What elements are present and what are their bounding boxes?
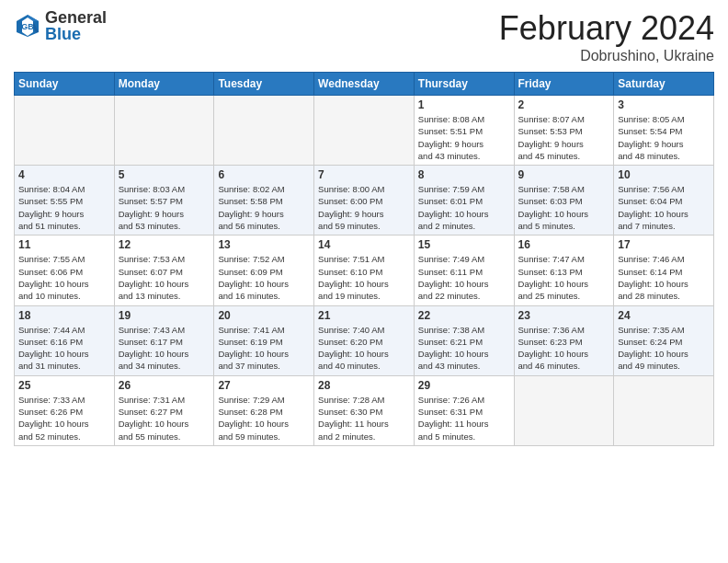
- day-cell: 25Sunrise: 7:33 AM Sunset: 6:26 PM Dayli…: [15, 375, 115, 445]
- day-info: Sunrise: 8:03 AM Sunset: 5:57 PM Dayligh…: [119, 183, 210, 232]
- day-cell: 14Sunrise: 7:51 AM Sunset: 6:10 PM Dayli…: [314, 236, 415, 305]
- day-number: 20: [218, 309, 310, 322]
- day-cell: [314, 96, 415, 166]
- header-day-saturday: Saturday: [614, 73, 714, 96]
- day-number: 8: [418, 168, 510, 181]
- calendar-body: 1Sunrise: 8:08 AM Sunset: 5:51 PM Daylig…: [15, 96, 714, 446]
- day-info: Sunrise: 7:44 AM Sunset: 6:16 PM Dayligh…: [18, 324, 110, 373]
- logo: GB General Blue: [14, 9, 107, 42]
- day-number: 6: [218, 168, 310, 181]
- day-info: Sunrise: 7:43 AM Sunset: 6:17 PM Dayligh…: [119, 324, 210, 373]
- day-cell: [514, 375, 614, 445]
- logo-text: General Blue: [45, 9, 107, 42]
- day-info: Sunrise: 7:59 AM Sunset: 6:01 PM Dayligh…: [418, 183, 510, 232]
- day-cell: 18Sunrise: 7:44 AM Sunset: 6:16 PM Dayli…: [15, 305, 115, 375]
- day-info: Sunrise: 8:00 AM Sunset: 6:00 PM Dayligh…: [318, 183, 410, 232]
- day-info: Sunrise: 7:51 AM Sunset: 6:10 PM Dayligh…: [318, 253, 410, 302]
- day-number: 5: [119, 168, 210, 181]
- day-cell: 28Sunrise: 7:28 AM Sunset: 6:30 PM Dayli…: [314, 375, 415, 445]
- day-info: Sunrise: 7:46 AM Sunset: 6:14 PM Dayligh…: [618, 253, 710, 302]
- day-cell: 5Sunrise: 8:03 AM Sunset: 5:57 PM Daylig…: [114, 166, 214, 236]
- day-cell: 17Sunrise: 7:46 AM Sunset: 6:14 PM Dayli…: [614, 236, 714, 305]
- day-cell: 1Sunrise: 8:08 AM Sunset: 5:51 PM Daylig…: [414, 96, 514, 166]
- day-info: Sunrise: 7:26 AM Sunset: 6:31 PM Dayligh…: [418, 394, 510, 442]
- day-cell: 11Sunrise: 7:55 AM Sunset: 6:06 PM Dayli…: [15, 236, 115, 305]
- day-info: Sunrise: 8:08 AM Sunset: 5:51 PM Dayligh…: [418, 113, 510, 162]
- header-row: SundayMondayTuesdayWednesdayThursdayFrid…: [15, 73, 714, 96]
- day-cell: 23Sunrise: 7:36 AM Sunset: 6:23 PM Dayli…: [514, 305, 614, 375]
- day-cell: 15Sunrise: 7:49 AM Sunset: 6:11 PM Dayli…: [414, 236, 514, 305]
- day-cell: 16Sunrise: 7:47 AM Sunset: 6:13 PM Dayli…: [514, 236, 614, 305]
- day-cell: 19Sunrise: 7:43 AM Sunset: 6:17 PM Dayli…: [114, 305, 214, 375]
- week-row-0: 1Sunrise: 8:08 AM Sunset: 5:51 PM Daylig…: [15, 96, 714, 166]
- day-number: 13: [218, 238, 310, 251]
- calendar-header: SundayMondayTuesdayWednesdayThursdayFrid…: [15, 73, 714, 96]
- day-number: 10: [618, 168, 710, 181]
- week-row-1: 4Sunrise: 8:04 AM Sunset: 5:55 PM Daylig…: [15, 166, 714, 236]
- location: Dobrushino, Ukraine: [499, 48, 714, 64]
- day-cell: 27Sunrise: 7:29 AM Sunset: 6:28 PM Dayli…: [214, 375, 314, 445]
- day-number: 19: [119, 309, 210, 322]
- header: GB General Blue February 2024 Dobrushino…: [14, 9, 714, 64]
- day-info: Sunrise: 7:35 AM Sunset: 6:24 PM Dayligh…: [618, 324, 710, 373]
- day-info: Sunrise: 7:38 AM Sunset: 6:21 PM Dayligh…: [418, 324, 510, 373]
- day-number: 18: [18, 309, 110, 322]
- header-day-sunday: Sunday: [15, 73, 115, 96]
- day-number: 11: [18, 238, 110, 251]
- day-number: 26: [119, 379, 210, 392]
- day-info: Sunrise: 7:47 AM Sunset: 6:13 PM Dayligh…: [518, 253, 610, 302]
- day-cell: 3Sunrise: 8:05 AM Sunset: 5:54 PM Daylig…: [614, 96, 714, 166]
- day-number: 4: [18, 168, 110, 181]
- day-number: 25: [18, 379, 110, 392]
- day-cell: 24Sunrise: 7:35 AM Sunset: 6:24 PM Dayli…: [614, 305, 714, 375]
- svg-text:GB: GB: [21, 22, 34, 31]
- day-info: Sunrise: 8:07 AM Sunset: 5:53 PM Dayligh…: [518, 113, 610, 162]
- day-cell: 4Sunrise: 8:04 AM Sunset: 5:55 PM Daylig…: [15, 166, 115, 236]
- day-cell: 7Sunrise: 8:00 AM Sunset: 6:00 PM Daylig…: [314, 166, 415, 236]
- header-day-tuesday: Tuesday: [214, 73, 314, 96]
- day-cell: [114, 96, 214, 166]
- day-number: 16: [518, 238, 610, 251]
- day-number: 1: [418, 98, 510, 111]
- day-info: Sunrise: 8:05 AM Sunset: 5:54 PM Dayligh…: [618, 113, 710, 162]
- day-cell: 22Sunrise: 7:38 AM Sunset: 6:21 PM Dayli…: [414, 305, 514, 375]
- day-info: Sunrise: 7:40 AM Sunset: 6:20 PM Dayligh…: [318, 324, 410, 373]
- week-row-3: 18Sunrise: 7:44 AM Sunset: 6:16 PM Dayli…: [15, 305, 714, 375]
- logo-general: General: [45, 9, 107, 26]
- title-block: February 2024 Dobrushino, Ukraine: [499, 9, 714, 64]
- day-info: Sunrise: 8:02 AM Sunset: 5:58 PM Dayligh…: [218, 183, 310, 232]
- day-number: 23: [518, 309, 610, 322]
- day-info: Sunrise: 7:29 AM Sunset: 6:28 PM Dayligh…: [218, 394, 310, 442]
- page: GB General Blue February 2024 Dobrushino…: [0, 0, 728, 563]
- day-number: 7: [318, 168, 410, 181]
- day-cell: 12Sunrise: 7:53 AM Sunset: 6:07 PM Dayli…: [114, 236, 214, 305]
- day-info: Sunrise: 7:49 AM Sunset: 6:11 PM Dayligh…: [418, 253, 510, 302]
- day-info: Sunrise: 8:04 AM Sunset: 5:55 PM Dayligh…: [18, 183, 110, 232]
- day-cell: 6Sunrise: 8:02 AM Sunset: 5:58 PM Daylig…: [214, 166, 314, 236]
- day-number: 15: [418, 238, 510, 251]
- day-number: 22: [418, 309, 510, 322]
- day-cell: 26Sunrise: 7:31 AM Sunset: 6:27 PM Dayli…: [114, 375, 214, 445]
- week-row-2: 11Sunrise: 7:55 AM Sunset: 6:06 PM Dayli…: [15, 236, 714, 305]
- day-cell: 10Sunrise: 7:56 AM Sunset: 6:04 PM Dayli…: [614, 166, 714, 236]
- logo-icon: GB: [14, 12, 41, 40]
- calendar-table: SundayMondayTuesdayWednesdayThursdayFrid…: [14, 72, 714, 446]
- day-number: 28: [318, 379, 410, 392]
- day-cell: [214, 96, 314, 166]
- day-number: 2: [518, 98, 610, 111]
- day-info: Sunrise: 7:55 AM Sunset: 6:06 PM Dayligh…: [18, 253, 110, 302]
- day-number: 14: [318, 238, 410, 251]
- month-title: February 2024: [499, 9, 714, 48]
- logo-blue: Blue: [45, 26, 107, 42]
- day-cell: 9Sunrise: 7:58 AM Sunset: 6:03 PM Daylig…: [514, 166, 614, 236]
- day-info: Sunrise: 7:53 AM Sunset: 6:07 PM Dayligh…: [119, 253, 210, 302]
- header-day-friday: Friday: [514, 73, 614, 96]
- day-info: Sunrise: 7:28 AM Sunset: 6:30 PM Dayligh…: [318, 394, 410, 442]
- day-number: 17: [618, 238, 710, 251]
- day-cell: 29Sunrise: 7:26 AM Sunset: 6:31 PM Dayli…: [414, 375, 514, 445]
- day-cell: 20Sunrise: 7:41 AM Sunset: 6:19 PM Dayli…: [214, 305, 314, 375]
- day-number: 21: [318, 309, 410, 322]
- week-row-4: 25Sunrise: 7:33 AM Sunset: 6:26 PM Dayli…: [15, 375, 714, 445]
- header-day-monday: Monday: [114, 73, 214, 96]
- day-cell: 21Sunrise: 7:40 AM Sunset: 6:20 PM Dayli…: [314, 305, 415, 375]
